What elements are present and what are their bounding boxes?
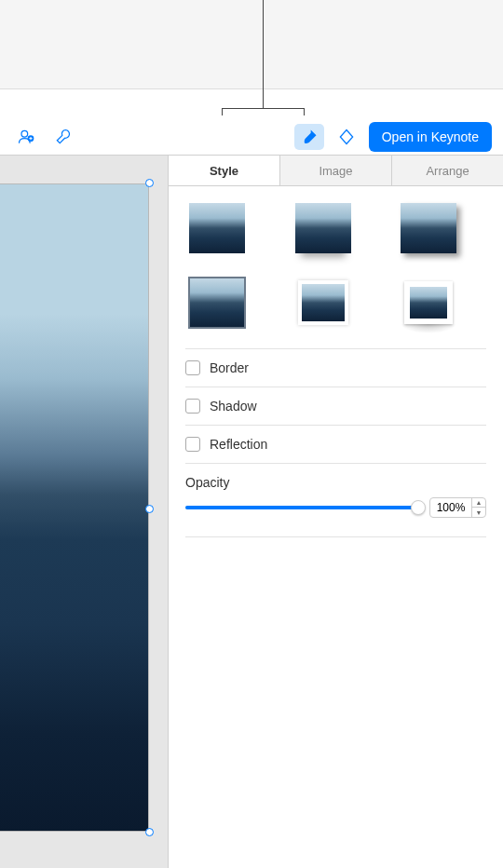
format-panel: Style Image Arrange Border: [168, 156, 503, 868]
open-button-label: Open in Keynote: [382, 129, 479, 144]
tab-image[interactable]: Image: [279, 156, 391, 185]
slider-fill: [185, 506, 418, 509]
opacity-section: Opacity ▲ ▼: [185, 464, 486, 529]
thumb-preview: [401, 203, 456, 253]
selected-image[interactable]: [0, 183, 149, 832]
open-in-keynote-button[interactable]: Open in Keynote: [369, 122, 492, 152]
image-style-grid: [185, 199, 486, 332]
image-style-option-6[interactable]: [397, 274, 460, 332]
border-checkbox[interactable]: [185, 360, 200, 375]
thumb-preview: [189, 203, 245, 253]
border-section[interactable]: Border: [185, 348, 486, 387]
panel-divider: [185, 536, 486, 537]
tab-style[interactable]: Style: [169, 156, 279, 185]
thumb-preview: [295, 203, 351, 253]
image-style-option-4[interactable]: [185, 274, 249, 332]
stepper-up[interactable]: ▲: [472, 498, 485, 508]
stepper-buttons: ▲ ▼: [471, 498, 485, 517]
tab-label: Arrange: [426, 164, 469, 178]
opacity-slider[interactable]: [185, 499, 418, 516]
opacity-controls: ▲ ▼: [185, 497, 486, 518]
reflection-section[interactable]: Reflection: [185, 425, 486, 464]
format-button[interactable]: [294, 124, 324, 150]
diamond-icon: [337, 128, 356, 146]
reflection-checkbox[interactable]: [185, 437, 200, 452]
paintbrush-icon: [300, 128, 319, 146]
thumb-preview: [189, 278, 245, 328]
slide-canvas[interactable]: [0, 156, 168, 868]
image-content: [0, 184, 148, 831]
animate-button[interactable]: [332, 124, 361, 150]
opacity-input[interactable]: [430, 501, 471, 514]
thumb-preview: [404, 281, 453, 324]
tab-arrange[interactable]: Arrange: [391, 156, 503, 185]
panel-body: Border Shadow Reflection Opacity: [169, 186, 503, 550]
svg-point-0: [21, 130, 28, 137]
stepper-down[interactable]: ▼: [472, 508, 485, 517]
opacity-stepper: ▲ ▼: [429, 497, 486, 518]
opacity-label: Opacity: [185, 475, 486, 490]
shadow-checkbox[interactable]: [185, 399, 200, 414]
reflection-label: Reflection: [210, 437, 267, 452]
border-label: Border: [210, 360, 249, 375]
image-style-option-1[interactable]: [185, 199, 249, 257]
slider-knob[interactable]: [411, 500, 426, 515]
callout-bracket: [222, 108, 305, 115]
person-plus-icon: [17, 128, 35, 146]
shadow-section[interactable]: Shadow: [185, 387, 486, 425]
collaborate-button[interactable]: [11, 124, 41, 150]
toolbar: Johnny ▼ ?: [0, 88, 503, 156]
tools-button[interactable]: [48, 124, 78, 150]
format-tabs: Style Image Arrange: [169, 156, 503, 186]
toolbar-row: Open in Keynote: [0, 117, 503, 156]
main-area: Style Image Arrange Border: [0, 156, 503, 868]
callout-pointer-line: [263, 0, 264, 108]
tab-label: Style: [210, 164, 238, 178]
tab-label: Image: [319, 164, 352, 178]
image-style-option-5[interactable]: [292, 274, 355, 332]
selection-handle-top-right[interactable]: [145, 179, 154, 187]
thumb-preview: [298, 280, 348, 325]
selection-handle-mid-right[interactable]: [145, 505, 154, 513]
image-style-option-3[interactable]: [397, 199, 460, 257]
shadow-label: Shadow: [210, 399, 257, 414]
image-style-option-2[interactable]: [292, 199, 355, 257]
wrench-icon: [54, 128, 73, 146]
selection-handle-bottom-right[interactable]: [145, 828, 154, 836]
